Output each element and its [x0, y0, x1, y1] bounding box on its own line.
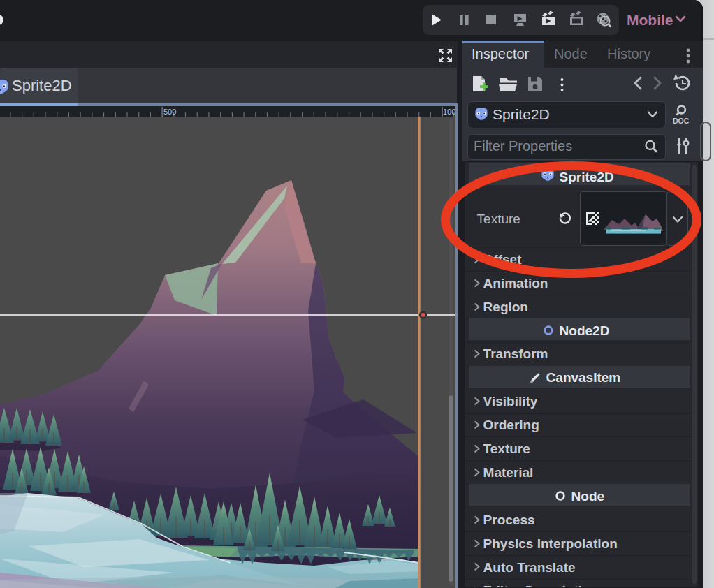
svg-text:1000: 1000 — [443, 108, 455, 116]
svg-text:DOC: DOC — [673, 117, 690, 125]
svg-text:500: 500 — [163, 108, 176, 116]
